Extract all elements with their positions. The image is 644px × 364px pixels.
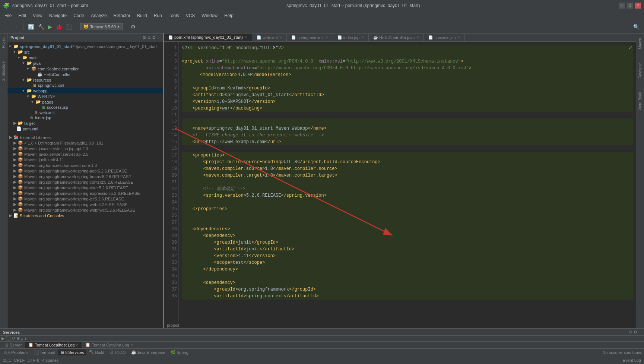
svc-restart-button[interactable]: ↺ — [12, 336, 15, 341]
tree-item-lib-web[interactable]: ▶ 📦 Maven: org.springframework:spring-we… — [7, 202, 163, 207]
code-content[interactable]: <?xml version="1.0" encoding="UTF-8"?> <… — [179, 42, 636, 322]
window-controls[interactable]: – □ ✕ — [619, 3, 641, 9]
debug-button[interactable]: 🐞 — [54, 23, 64, 31]
code-editor[interactable]: 12345 678910 1112131415 1617181920 21222… — [164, 42, 636, 322]
tree-item-lib-webmvc[interactable]: ▶ 📦 Maven: org.springframework:spring-we… — [7, 207, 163, 213]
footer-tab-terminal[interactable]: ⬛ Terminal — [32, 349, 58, 355]
menu-navigate[interactable]: Navigate — [46, 12, 70, 19]
close-button[interactable]: ✕ — [635, 3, 641, 9]
run-button[interactable]: ▶ — [47, 23, 54, 31]
project-panel-toggle[interactable]: Project — [0, 34, 7, 51]
tree-item-springmvc-xml[interactable]: 🗎 springmvc.xml — [7, 83, 163, 88]
footer-tab-java-enterprise[interactable]: ☕ Java Enterprise — [129, 349, 168, 355]
forward-button[interactable]: → — [12, 23, 20, 31]
menu-help[interactable]: Help — [221, 12, 237, 19]
menu-build[interactable]: Build — [134, 12, 150, 19]
menu-edit[interactable]: Edit — [15, 12, 29, 19]
tab-index-close[interactable]: ✕ — [361, 35, 364, 39]
refresh-button[interactable]: 🔄 — [26, 23, 36, 31]
tree-item-success-jsp[interactable]: 🗎 success.jsp — [7, 105, 163, 110]
tree-item-webapp[interactable]: ▾ 📂 webapp — [7, 88, 163, 94]
tree-item-pom-xml[interactable]: 📄 pom.xml — [7, 126, 163, 132]
menu-vcs[interactable]: VCS — [183, 12, 198, 19]
menu-analyze[interactable]: Analyze — [88, 12, 110, 19]
tree-item-lib-beans[interactable]: ▶ 📦 Maven: org.springframework:spring-be… — [7, 174, 163, 179]
footer-tab-problems[interactable]: ⚠ 6 Problems — [1, 349, 31, 355]
tree-item-resources[interactable]: ▾ 📂 resources — [7, 77, 163, 83]
services-settings-button[interactable]: ⚙ — [628, 330, 632, 335]
tab-hello-close[interactable]: ✕ — [416, 35, 419, 39]
menu-file[interactable]: File — [1, 12, 15, 19]
tree-item-ext-libs[interactable]: ▶ 📚 External Libraries — [7, 134, 163, 140]
tab-pom-close[interactable]: ✕ — [244, 35, 247, 39]
catalina-log-close[interactable]: ✕ — [130, 343, 133, 347]
tab-index-jsp[interactable]: 📄 index.jsp ✕ — [333, 34, 369, 41]
tree-item-src[interactable]: ▾ 📂 src — [7, 49, 163, 55]
project-options-icon[interactable]: ≡ — [148, 35, 150, 40]
footer-tab-services[interactable]: 🖥 8 Services — [58, 349, 86, 355]
tree-item-lib-expr[interactable]: ▶ 📦 Maven: org.springframework:spring-ex… — [7, 190, 163, 196]
tree-item-lib-hamcrest[interactable]: ▶ 📦 Maven: org.hamcrest:hamcrest-core:1.… — [7, 162, 163, 168]
tab-springmvc-xml[interactable]: 📄 springmvc.xml ✕ — [287, 34, 333, 41]
event-log-link[interactable]: Event Log — [622, 358, 641, 363]
menu-view[interactable]: View — [30, 12, 45, 19]
svc-tab-catalina-log[interactable]: 📋 Tomcat Catalina Log ✕ — [82, 342, 136, 348]
tree-item-lib-junit[interactable]: ▶ 📦 Maven: junit:junit:4.11 — [7, 157, 163, 162]
tab-success-jsp[interactable]: 📄 success.jsp ✕ — [424, 34, 465, 41]
tree-item-web-xml[interactable]: 🗎 web.xml — [7, 110, 163, 115]
tree-item-lib-context[interactable]: ▶ 📦 Maven: org.springframework:spring-co… — [7, 179, 163, 185]
svc-add-button[interactable]: + — [24, 336, 26, 341]
svc-play-button[interactable]: ▶ — [1, 336, 4, 341]
project-close-icon[interactable]: – — [158, 35, 160, 40]
search-everywhere-button[interactable]: 🔍 — [632, 23, 641, 31]
tab-success-close[interactable]: ✕ — [457, 35, 460, 39]
tree-item-lib-jcl[interactable]: ▶ 📦 Maven: org.springframework:spring-jc… — [7, 196, 163, 202]
svc-tab-tomcat-log[interactable]: 📋 Tomcat Localhost Log ✕ — [25, 342, 82, 348]
footer-tab-todo[interactable]: ☑ TODO — [107, 349, 128, 355]
tree-item-lib-jsp[interactable]: ▶ 📦 Maven: javax.servlet.jsp:jsp-api:2.0 — [7, 146, 163, 151]
maximize-button[interactable]: □ — [627, 3, 633, 9]
footer-tab-spring[interactable]: 🌿 Spring — [168, 349, 191, 355]
menu-code[interactable]: Code — [70, 12, 87, 19]
tab-springmvc-close[interactable]: ✕ — [325, 35, 328, 39]
project-gear-icon[interactable]: ⚙ — [142, 35, 146, 40]
back-button[interactable]: ← — [3, 23, 11, 31]
tree-item-main[interactable]: ▾ 📂 main — [7, 55, 163, 60]
wordbook-panel-toggle[interactable]: Word Book — [637, 89, 643, 113]
tree-item-lib-aop[interactable]: ▶ 📦 Maven: org.springframework:spring-ao… — [7, 168, 163, 174]
minimize-button[interactable]: – — [619, 3, 625, 9]
tree-item-java[interactable]: ▾ 📂 java — [7, 60, 163, 66]
tree-item-lib-core[interactable]: ▶ 📦 Maven: org.springframework:spring-co… — [7, 185, 163, 190]
project-settings-icon[interactable]: ⚙ — [152, 35, 156, 40]
tomcat-log-close[interactable]: ✕ — [76, 343, 79, 347]
tree-item-scratches[interactable]: ▶ 📝 Scratches and Consoles — [7, 213, 163, 218]
tree-item-jdk[interactable]: ▶ 📦 < 1.8 > D:\Program Files\Java\jdk1.8… — [7, 140, 163, 146]
settings-button[interactable]: ⚙ — [129, 23, 137, 31]
tab-web-xml[interactable]: 📄 web.xml ✕ — [252, 34, 287, 41]
build-button[interactable]: 🔨 — [37, 23, 46, 31]
tab-hello-java[interactable]: ☕ HelloController.java ✕ — [369, 34, 424, 41]
tab-web-close[interactable]: ✕ — [279, 35, 282, 39]
maven-panel-toggle[interactable]: Maven — [637, 35, 643, 52]
tree-item-webinf[interactable]: ▾ 📂 WEB-INF — [7, 94, 163, 99]
structure-panel-toggle[interactable]: 2: Structure — [0, 58, 7, 84]
footer-tab-build[interactable]: 🔨 Build — [87, 349, 106, 355]
tree-item-hellocontroller[interactable]: ☕ HelloController — [7, 72, 163, 77]
stop-button[interactable]: ⬛ — [64, 23, 74, 31]
menu-run[interactable]: Run — [151, 12, 165, 19]
tree-item-root[interactable]: ▾ 📁 springmvc_day01_01_start F:\java_wor… — [7, 44, 163, 49]
menu-tools[interactable]: Tools — [166, 12, 182, 19]
tree-item-controller-pkg[interactable]: ▾ 📦 com.Keafmd.controller — [7, 66, 163, 72]
svc-tab-server[interactable]: 🖥 Server — [1, 342, 25, 348]
services-minimize-button[interactable]: – — [639, 330, 641, 335]
tree-item-lib-servlet[interactable]: ▶ 📦 Maven: javax.servlet:servlet-api:2.5 — [7, 151, 163, 157]
tree-item-pages[interactable]: ▾ 📂 pages — [7, 99, 163, 105]
svc-filter-button[interactable]: ⊟ — [16, 336, 20, 341]
svc-stop-button[interactable]: ⬛ — [6, 336, 11, 341]
tree-item-index-jsp[interactable]: 🗎 index.jsp — [7, 115, 163, 120]
menu-window[interactable]: Window — [199, 12, 221, 19]
svc-scroll-button[interactable]: ≡ — [21, 336, 23, 341]
services-gear-button[interactable]: ⚙ — [634, 330, 637, 335]
menu-refactor[interactable]: Refactor — [111, 12, 133, 19]
database-panel-toggle[interactable]: Database — [637, 60, 643, 82]
